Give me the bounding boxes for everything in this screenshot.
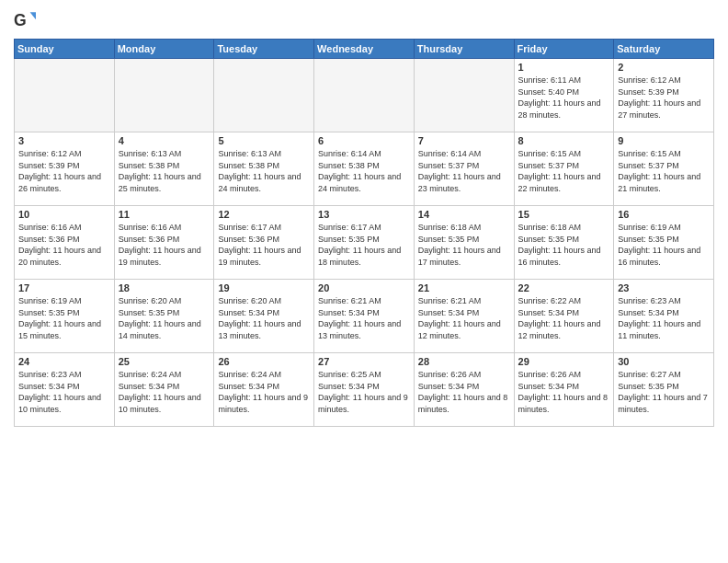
day-number: 8 (518, 135, 610, 146)
day-info: Sunrise: 6:15 AMSunset: 5:37 PMDaylight:… (518, 148, 610, 194)
day-number: 13 (318, 209, 410, 220)
calendar-cell (214, 59, 314, 132)
svg-marker-1 (30, 12, 36, 19)
day-info: Sunrise: 6:24 AMSunset: 5:34 PMDaylight:… (218, 369, 310, 415)
calendar-cell: 25Sunrise: 6:24 AMSunset: 5:34 PMDayligh… (114, 353, 214, 427)
day-info: Sunrise: 6:17 AMSunset: 5:35 PMDaylight:… (318, 222, 410, 268)
day-info: Sunrise: 6:13 AMSunset: 5:38 PMDaylight:… (119, 148, 210, 194)
day-number: 25 (119, 356, 210, 367)
calendar-cell (114, 59, 214, 132)
day-number: 18 (119, 282, 210, 293)
calendar-cell: 21Sunrise: 6:21 AMSunset: 5:34 PMDayligh… (414, 280, 514, 353)
calendar-header-row: SundayMondayTuesdayWednesdayThursdayFrid… (15, 40, 714, 59)
day-info: Sunrise: 6:23 AMSunset: 5:34 PMDaylight:… (618, 295, 710, 341)
calendar-week-3: 10Sunrise: 6:16 AMSunset: 5:36 PMDayligh… (15, 206, 714, 280)
calendar-cell: 23Sunrise: 6:23 AMSunset: 5:34 PMDayligh… (614, 280, 714, 353)
calendar-cell: 17Sunrise: 6:19 AMSunset: 5:35 PMDayligh… (15, 280, 115, 353)
day-header-wednesday: Wednesday (314, 40, 415, 59)
calendar-week-2: 3Sunrise: 6:12 AMSunset: 5:39 PMDaylight… (15, 132, 714, 206)
calendar-cell: 3Sunrise: 6:12 AMSunset: 5:39 PMDaylight… (15, 132, 115, 206)
day-number: 3 (18, 135, 110, 146)
day-info: Sunrise: 6:19 AMSunset: 5:35 PMDaylight:… (18, 295, 110, 341)
day-info: Sunrise: 6:21 AMSunset: 5:34 PMDaylight:… (418, 295, 510, 341)
calendar-cell: 20Sunrise: 6:21 AMSunset: 5:34 PMDayligh… (314, 280, 415, 353)
day-number: 23 (618, 282, 710, 293)
day-header-thursday: Thursday (414, 40, 514, 59)
calendar-cell: 13Sunrise: 6:17 AMSunset: 5:35 PMDayligh… (314, 206, 415, 280)
svg-text:G: G (14, 11, 27, 29)
calendar-cell: 29Sunrise: 6:26 AMSunset: 5:34 PMDayligh… (514, 353, 614, 427)
day-header-monday: Monday (114, 40, 214, 59)
day-number: 27 (318, 356, 410, 367)
day-info: Sunrise: 6:14 AMSunset: 5:38 PMDaylight:… (318, 148, 410, 194)
day-info: Sunrise: 6:12 AMSunset: 5:39 PMDaylight:… (618, 75, 710, 121)
day-number: 15 (518, 209, 610, 220)
day-info: Sunrise: 6:16 AMSunset: 5:36 PMDaylight:… (119, 222, 210, 268)
day-info: Sunrise: 6:11 AMSunset: 5:40 PMDaylight:… (518, 75, 610, 121)
day-number: 16 (618, 209, 710, 220)
day-info: Sunrise: 6:12 AMSunset: 5:39 PMDaylight:… (18, 148, 110, 194)
calendar-cell (15, 59, 115, 132)
day-number: 19 (218, 282, 310, 293)
calendar-cell: 4Sunrise: 6:13 AMSunset: 5:38 PMDaylight… (114, 132, 214, 206)
calendar-cell: 2Sunrise: 6:12 AMSunset: 5:39 PMDaylight… (614, 59, 714, 132)
day-number: 9 (618, 135, 710, 146)
day-info: Sunrise: 6:16 AMSunset: 5:36 PMDaylight:… (18, 222, 110, 268)
calendar-cell: 6Sunrise: 6:14 AMSunset: 5:38 PMDaylight… (314, 132, 415, 206)
day-info: Sunrise: 6:22 AMSunset: 5:34 PMDaylight:… (518, 295, 610, 341)
day-number: 6 (318, 135, 410, 146)
calendar-cell (414, 59, 514, 132)
day-number: 28 (418, 356, 510, 367)
day-info: Sunrise: 6:25 AMSunset: 5:34 PMDaylight:… (318, 369, 410, 415)
day-number: 20 (318, 282, 410, 293)
day-number: 5 (218, 135, 310, 146)
calendar-week-4: 17Sunrise: 6:19 AMSunset: 5:35 PMDayligh… (15, 280, 714, 353)
calendar-cell: 11Sunrise: 6:16 AMSunset: 5:36 PMDayligh… (114, 206, 214, 280)
page: G SundayMondayTuesdayWednesdayThursdayFr… (0, 0, 728, 563)
day-number: 29 (518, 356, 610, 367)
day-info: Sunrise: 6:21 AMSunset: 5:34 PMDaylight:… (318, 295, 410, 341)
day-number: 2 (618, 62, 710, 73)
day-info: Sunrise: 6:14 AMSunset: 5:37 PMDaylight:… (418, 148, 510, 194)
day-info: Sunrise: 6:20 AMSunset: 5:34 PMDaylight:… (218, 295, 310, 341)
day-header-saturday: Saturday (614, 40, 714, 59)
header: G (14, 9, 714, 31)
calendar-cell: 30Sunrise: 6:27 AMSunset: 5:35 PMDayligh… (614, 353, 714, 427)
day-info: Sunrise: 6:13 AMSunset: 5:38 PMDaylight:… (218, 148, 310, 194)
day-info: Sunrise: 6:15 AMSunset: 5:37 PMDaylight:… (618, 148, 710, 194)
calendar-cell: 12Sunrise: 6:17 AMSunset: 5:36 PMDayligh… (214, 206, 314, 280)
calendar-cell: 22Sunrise: 6:22 AMSunset: 5:34 PMDayligh… (514, 280, 614, 353)
day-number: 7 (418, 135, 510, 146)
calendar-cell: 5Sunrise: 6:13 AMSunset: 5:38 PMDaylight… (214, 132, 314, 206)
calendar-cell: 7Sunrise: 6:14 AMSunset: 5:37 PMDaylight… (414, 132, 514, 206)
day-number: 24 (18, 356, 110, 367)
calendar: SundayMondayTuesdayWednesdayThursdayFrid… (14, 39, 714, 427)
calendar-cell: 26Sunrise: 6:24 AMSunset: 5:34 PMDayligh… (214, 353, 314, 427)
day-info: Sunrise: 6:18 AMSunset: 5:35 PMDaylight:… (518, 222, 610, 268)
day-number: 21 (418, 282, 510, 293)
day-info: Sunrise: 6:24 AMSunset: 5:34 PMDaylight:… (119, 369, 210, 415)
calendar-cell: 28Sunrise: 6:26 AMSunset: 5:34 PMDayligh… (414, 353, 514, 427)
day-number: 14 (418, 209, 510, 220)
calendar-cell: 24Sunrise: 6:23 AMSunset: 5:34 PMDayligh… (15, 353, 115, 427)
day-number: 17 (18, 282, 110, 293)
day-number: 26 (218, 356, 310, 367)
day-number: 11 (119, 209, 210, 220)
calendar-cell: 14Sunrise: 6:18 AMSunset: 5:35 PMDayligh… (414, 206, 514, 280)
calendar-cell: 1Sunrise: 6:11 AMSunset: 5:40 PMDaylight… (514, 59, 614, 132)
calendar-week-1: 1Sunrise: 6:11 AMSunset: 5:40 PMDaylight… (15, 59, 714, 132)
calendar-cell (314, 59, 415, 132)
calendar-cell: 16Sunrise: 6:19 AMSunset: 5:35 PMDayligh… (614, 206, 714, 280)
logo-icon: G (14, 9, 36, 31)
calendar-cell: 18Sunrise: 6:20 AMSunset: 5:35 PMDayligh… (114, 280, 214, 353)
day-info: Sunrise: 6:19 AMSunset: 5:35 PMDaylight:… (618, 222, 710, 268)
calendar-cell: 8Sunrise: 6:15 AMSunset: 5:37 PMDaylight… (514, 132, 614, 206)
day-header-friday: Friday (514, 40, 614, 59)
calendar-cell: 9Sunrise: 6:15 AMSunset: 5:37 PMDaylight… (614, 132, 714, 206)
day-info: Sunrise: 6:17 AMSunset: 5:36 PMDaylight:… (218, 222, 310, 268)
day-number: 10 (18, 209, 110, 220)
calendar-cell: 15Sunrise: 6:18 AMSunset: 5:35 PMDayligh… (514, 206, 614, 280)
day-number: 30 (618, 356, 710, 367)
day-info: Sunrise: 6:27 AMSunset: 5:35 PMDaylight:… (618, 369, 710, 415)
day-info: Sunrise: 6:26 AMSunset: 5:34 PMDaylight:… (518, 369, 610, 415)
